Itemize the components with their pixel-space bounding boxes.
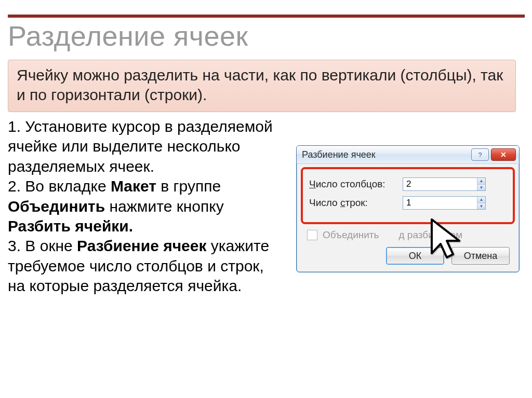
columns-row: Число столбцов: ▲ ▼ [309,177,507,191]
dialog-title: Разбиение ячеек [302,149,469,160]
dialog-titlebar[interactable]: Разбиение ячеек ? ✕ [297,146,519,164]
accent-bar [8,15,525,18]
columns-down-icon[interactable]: ▼ [477,185,485,191]
merge-label-a: Объединить [323,229,379,241]
split-cells-dialog: Разбиение ячеек ? ✕ Число столбцов: ▲ ▼ [296,145,520,272]
merge-before-split-row: Объединить xxxx д разбиением [307,229,512,241]
rows-spinner[interactable]: ▲ ▼ [403,196,486,210]
rows-up-icon[interactable]: ▲ [477,197,485,203]
highlight-box: Ячейку можно разделить на части, как по … [8,60,516,112]
columns-spinner[interactable]: ▲ ▼ [403,177,486,191]
step-2-b: Макет [111,177,156,195]
step-3-a: 3. В окне [8,237,77,254]
step-2-a: 2. Во вкладке [8,177,111,195]
rows-row: Число строк: ▲ ▼ [309,196,507,210]
instruction-text: 1. Установите курсор в разделяемой ячейк… [8,117,278,296]
step-1: 1. Установите курсор в разделяемой ячейк… [8,118,273,175]
columns-label: Число столбцов: [309,179,403,190]
columns-input[interactable] [403,178,477,190]
close-button[interactable]: ✕ [491,148,516,161]
step-2-e: нажмите кнопку [105,198,224,215]
step-3-b: Разбиение ячеек [77,237,206,254]
step-2-c: в группе [156,177,221,195]
rows-down-icon[interactable]: ▼ [477,203,485,210]
rows-label: Число строк: [309,197,403,209]
ok-button[interactable]: ОК [386,247,444,265]
merge-label-b: д разбиением [398,229,462,241]
cancel-button[interactable]: Отмена [451,247,510,265]
dialog-buttons: ОК Отмена [304,247,512,265]
step-2-d: Объединить [8,198,105,215]
step-2-f: Разбить ячейки. [8,217,133,235]
highlight-frame: Число столбцов: ▲ ▼ Число строк: [301,167,515,224]
help-button[interactable]: ? [471,148,489,161]
columns-up-icon[interactable]: ▲ [477,178,485,185]
slide-title: Разделение ячеек [8,20,248,52]
merge-checkbox[interactable] [307,230,317,240]
close-icon: ✕ [500,150,507,159]
help-icon: ? [478,151,482,159]
rows-input[interactable] [403,197,477,209]
